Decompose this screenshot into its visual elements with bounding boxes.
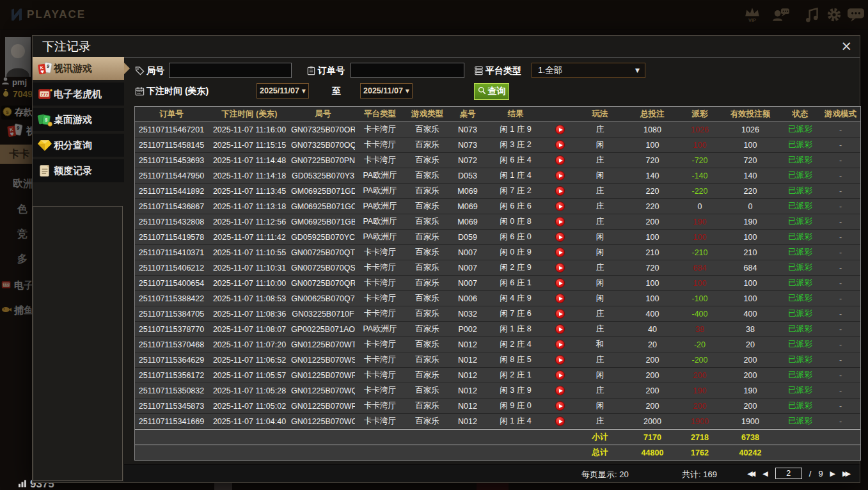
- replay-button[interactable]: [555, 386, 565, 395]
- cell-mode: -: [821, 356, 860, 365]
- cell-bet: 200: [626, 217, 679, 226]
- cell-payout: 190: [679, 217, 721, 226]
- cell-platform: 卡卡湾厅: [355, 278, 405, 288]
- replay-button[interactable]: [555, 171, 565, 180]
- cell-payout: -140: [679, 171, 721, 180]
- cell-mode: -: [821, 248, 860, 257]
- cell-time: 2025-11-07 11:12:56: [208, 217, 291, 226]
- cell-order: 251107115388422: [135, 294, 208, 303]
- svg-text:777: 777: [41, 92, 49, 97]
- cell-valid: 720: [721, 156, 780, 165]
- cell-game: 百家乐: [405, 247, 450, 258]
- cell-game: 百家乐: [405, 232, 450, 242]
- summary-row: 小计717027186738: [135, 429, 860, 445]
- replay-button[interactable]: [555, 186, 565, 196]
- cell-table: D059: [450, 233, 485, 242]
- cell-table: N012: [450, 371, 485, 380]
- menu-item-label: 额度记录: [54, 165, 92, 177]
- cell-result: 闲 0 庄 8: [485, 216, 546, 227]
- page-input[interactable]: [775, 468, 802, 479]
- summary-cell-bet: 7170: [626, 433, 679, 442]
- next-page-icon[interactable]: ▶: [830, 470, 835, 478]
- cell-valid: 200: [721, 356, 780, 365]
- cell-platform: 卡卡湾厅: [355, 308, 405, 319]
- first-page-icon[interactable]: ◀◀: [747, 470, 755, 478]
- replay-button[interactable]: [555, 416, 565, 426]
- cell-replay: [546, 217, 574, 226]
- cell-table: N012: [450, 356, 485, 365]
- replay-button[interactable]: [555, 294, 565, 303]
- cell-game: 百家乐: [405, 385, 450, 396]
- replay-button[interactable]: [555, 125, 565, 134]
- replay-button[interactable]: [555, 355, 565, 365]
- cell-order: 251107115384705: [135, 310, 208, 319]
- replay-button[interactable]: [555, 370, 565, 380]
- replay-button[interactable]: [555, 401, 565, 411]
- cell-time: 2025-11-07 11:11:42: [208, 233, 291, 242]
- cell-round: GN00725B070QT: [291, 248, 355, 257]
- replay-button[interactable]: [555, 340, 565, 349]
- cell-replay: [546, 401, 574, 411]
- cell-order: 251107115458145: [135, 141, 208, 150]
- cell-platform: 卡卡湾厅: [355, 354, 405, 365]
- table-row: 2511071154328082025-11-07 11:12:56GM0692…: [135, 214, 860, 230]
- summary-cell-play: 小计: [574, 432, 626, 443]
- menu-item[interactable]: 9K♥视讯游戏: [33, 57, 124, 80]
- cell-valid: 1900: [721, 417, 780, 426]
- cell-replay: [546, 324, 574, 334]
- modal-content: 局号 订单号 平台类型 1.全部▼ 下注时间 (美东) 2025/11/07▼ …: [124, 57, 860, 482]
- menu-item[interactable]: 积分查询: [33, 134, 124, 157]
- search-button[interactable]: 查询: [474, 83, 509, 100]
- prev-page-icon[interactable]: ◀: [762, 470, 768, 478]
- last-page-icon[interactable]: ▶▶: [842, 470, 851, 478]
- cell-round: GN00625B070Q7: [291, 294, 355, 303]
- replay-button[interactable]: [555, 232, 565, 242]
- cell-play: 闲: [574, 232, 626, 242]
- menu-item-label: 桌面游戏: [54, 114, 92, 126]
- cell-order: 251107115467201: [135, 125, 208, 134]
- cell-status: 已派彩: [780, 201, 821, 212]
- date-to-dropdown[interactable]: 2025/11/07▼: [360, 83, 413, 99]
- cell-play: 庄: [574, 324, 626, 335]
- cell-mode: -: [821, 187, 860, 196]
- cell-time: 2025-11-07 11:05:57: [208, 371, 291, 380]
- replay-button[interactable]: [555, 217, 565, 226]
- replay-button[interactable]: [555, 263, 565, 273]
- cell-status: 已派彩: [780, 232, 821, 242]
- tablegames-icon: $: [37, 113, 54, 127]
- replay-button[interactable]: [555, 202, 565, 211]
- table-row: 2511071154368672025-11-07 11:13:18GM0692…: [135, 199, 860, 214]
- cell-valid: 190: [721, 386, 780, 395]
- cell-order: 251107115436867: [135, 202, 208, 211]
- cell-order: 251107115345873: [135, 402, 208, 411]
- order-id-label: 订单号: [318, 65, 345, 77]
- replay-button[interactable]: [555, 140, 565, 150]
- menu-item[interactable]: 额度记录: [33, 159, 124, 182]
- close-icon[interactable]: ×: [840, 40, 852, 53]
- replay-button[interactable]: [555, 278, 565, 288]
- platform-select[interactable]: 1.全部▼: [532, 63, 645, 78]
- replay-button[interactable]: [555, 248, 565, 257]
- order-id-input[interactable]: [351, 63, 464, 78]
- date-from-dropdown[interactable]: 2025/11/07▼: [256, 83, 309, 99]
- cell-result: 闲 7 庄 2: [485, 186, 546, 196]
- cell-payout: 100: [679, 141, 721, 150]
- cell-game: 百家乐: [405, 278, 450, 288]
- cell-status: 已派彩: [780, 293, 821, 304]
- cell-mode: -: [821, 386, 860, 395]
- menu-item[interactable]: 777电子老虎机: [33, 83, 124, 106]
- cell-valid: 190: [721, 217, 780, 226]
- replay-button[interactable]: [555, 324, 565, 334]
- replay-button[interactable]: [555, 309, 565, 319]
- cell-game: 百家乐: [405, 416, 450, 427]
- cell-bet: 200: [626, 356, 679, 365]
- cell-bet: 100: [626, 294, 679, 303]
- replay-button[interactable]: [555, 155, 565, 165]
- table-row: 2511071153561722025-11-07 11:05:57GN0122…: [135, 368, 860, 383]
- cell-game: 百家乐: [405, 293, 450, 304]
- round-id-input[interactable]: [169, 63, 292, 78]
- cell-result: 闲 8 庄 5: [485, 354, 546, 365]
- summary-cell-payout: 1762: [679, 448, 721, 457]
- cell-platform: 卡卡湾厅: [355, 139, 405, 150]
- menu-item[interactable]: $桌面游戏: [33, 108, 124, 131]
